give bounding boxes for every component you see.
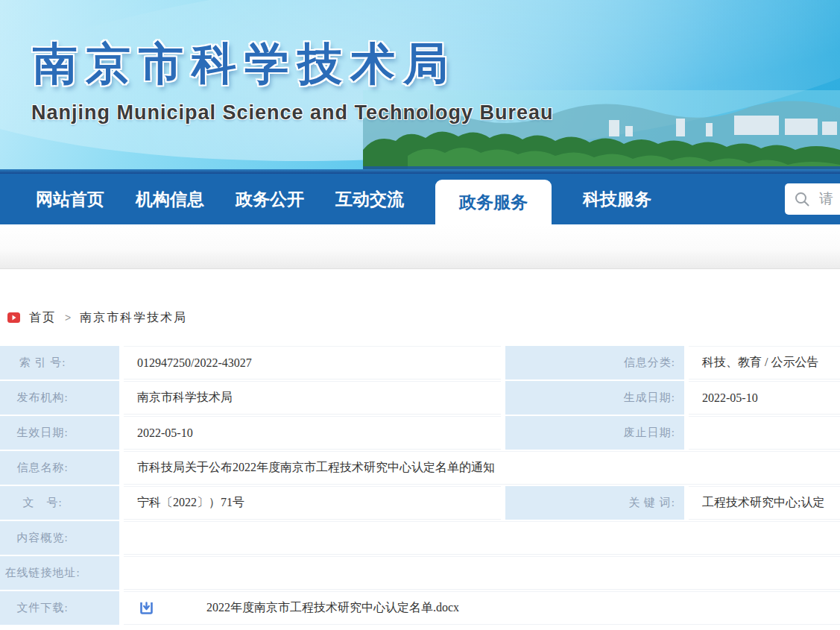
nav-item-gov-open[interactable]: 政务公开 — [236, 174, 304, 224]
field-label: 内容概览: — [0, 521, 119, 555]
table-row-content-overview: 内容概览: — [0, 521, 840, 555]
field-label: 信息分类: — [505, 346, 684, 379]
table-row-effective-date: 生效日期: 2022-05-10 废止日期: — [0, 416, 840, 450]
breadcrumb: 首页 > 南京市科学技术局 — [7, 309, 840, 326]
table-row-online-link: 在线链接地址: — [0, 556, 840, 590]
nav-item-gov-service[interactable]: 政务服务 — [435, 180, 552, 224]
site-banner: 南京市科学技术局 Nanjing Municipal Science and T… — [0, 0, 840, 174]
field-value: 2022-05-10 — [124, 416, 501, 450]
field-value: 宁科〔2022〕）71号 — [124, 486, 501, 520]
field-label: 信息名称: — [0, 451, 119, 485]
breadcrumb-current: 南京市科学技术局 — [80, 310, 187, 326]
field-label: 发布机构: — [0, 381, 119, 415]
download-icon — [139, 600, 154, 616]
field-label: 文 号: — [0, 486, 119, 520]
banner-divider — [0, 169, 840, 174]
field-value — [124, 556, 840, 590]
subnav-band — [0, 224, 840, 269]
table-row-doc-number: 文 号: 宁科〔2022〕）71号 关 键 词: 工程技术研究中心;认定 — [0, 486, 840, 520]
table-row-publisher: 发布机构: 南京市科学技术局 生成日期: 2022-05-10 — [0, 381, 840, 415]
breadcrumb-marker-icon — [7, 312, 20, 323]
field-value: 012947250/2022-43027 — [124, 346, 501, 379]
table-row-info-name: 信息名称: 市科技局关于公布2022年度南京市工程技术研究中心认定名单的通知 — [0, 451, 840, 485]
download-file-link[interactable]: 2022年度南京市工程技术研究中心认定名单.docx — [206, 600, 459, 616]
nav-item-home[interactable]: 网站首页 — [36, 174, 104, 224]
field-label: 废止日期: — [505, 416, 684, 450]
field-value: 工程技术研究中心;认定 — [689, 486, 840, 520]
field-label: 在线链接地址: — [0, 556, 119, 590]
table-row-file-download: 文件下载: 2022年度南京市工程技术研究中心认定名单.docx — [0, 591, 840, 625]
field-value: 南京市科学技术局 — [124, 381, 501, 415]
field-label: 关 键 词: — [505, 486, 684, 520]
site-title: 南京市科学技术局 — [33, 34, 456, 95]
search-box — [785, 183, 840, 215]
field-value — [689, 416, 840, 450]
nav-item-tech-service[interactable]: 科技服务 — [583, 174, 651, 224]
field-value: 2022-05-10 — [689, 381, 840, 415]
breadcrumb-home-link[interactable]: 首页 — [29, 310, 56, 326]
field-value: 科技、教育 / 公示公告 — [689, 346, 840, 379]
field-label: 生效日期: — [0, 416, 119, 450]
document-info-table: 索 引 号: 012947250/2022-43027 信息分类: 科技、教育 … — [0, 346, 840, 625]
nav-item-org-info[interactable]: 机构信息 — [136, 174, 204, 224]
field-label: 文件下载: — [0, 591, 119, 625]
breadcrumb-separator: > — [65, 312, 71, 324]
search-icon — [794, 191, 810, 207]
field-value: 市科技局关于公布2022年度南京市工程技术研究中心认定名单的通知 — [124, 451, 840, 485]
main-navbar: 网站首页 机构信息 政务公开 互动交流 政务服务 科技服务 — [0, 174, 840, 224]
nav-item-interaction[interactable]: 互动交流 — [335, 174, 404, 224]
table-row-index-number: 索 引 号: 012947250/2022-43027 信息分类: 科技、教育 … — [0, 346, 840, 379]
field-value: 2022年度南京市工程技术研究中心认定名单.docx — [124, 591, 840, 625]
field-label: 生成日期: — [505, 381, 684, 415]
site-subtitle: Nanjing Municipal Science and Technology… — [31, 101, 554, 125]
search-input[interactable] — [819, 191, 840, 207]
field-value — [124, 521, 840, 555]
field-label: 索 引 号: — [0, 346, 119, 379]
